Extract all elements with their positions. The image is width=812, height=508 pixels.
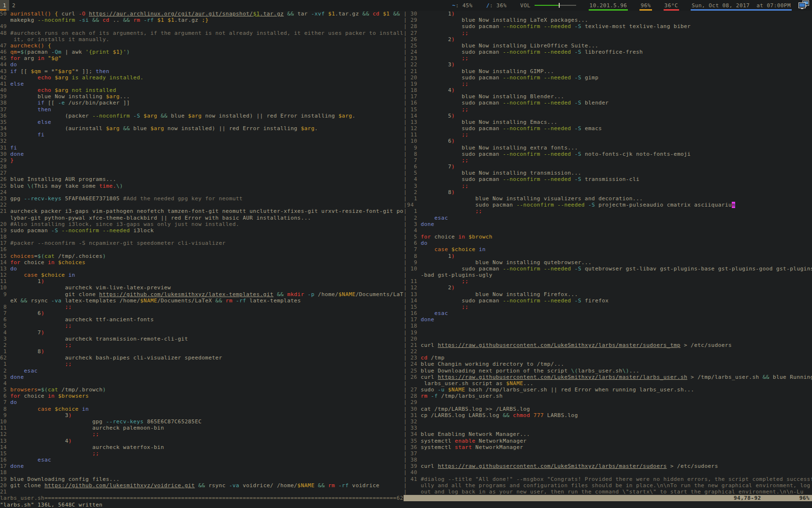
code-row: | 1 ;; [404,208,812,214]
top-status-bar: 1 2 ~: 45% /: 36% VOL 10.201.5.96 96% 36… [0,0,812,11]
vim-pane-left-larbs_user[interactable]: 50 aurinstall() { curl -O https://aur.ar… [0,11,404,501]
code-row: 16 esac [0,457,404,463]
code-row: | larbs_user.sh script as $NAME... [404,380,812,387]
volume-slider[interactable] [535,3,576,8]
volume-label: VOL [520,2,530,9]
code-row: 19 sudo pacman -S --noconfirm --needed i… [0,227,404,234]
code-row: 21 aurcheck packer i3-gaps vim-pathogen … [0,208,404,214]
code-row: | 2 8) [404,189,812,195]
code-row: | ully and all the programs and configur… [404,482,812,489]
code-row: 12 case $choice in [0,272,404,278]
code-row: 14 for choice in $choices [0,259,404,266]
code-row: 35 else [0,119,404,125]
network-monitors-icon[interactable] [798,0,809,11]
code-row: | 15 ;; [404,304,812,310]
code-row: 3 aurcheck transmission-remote-cli-git [0,336,404,342]
code-row: 28 [0,164,404,170]
code-row: 8 ;; [0,304,404,310]
workspace-tag-1[interactable]: 1 [0,0,9,11]
code-row: 46 qm=$(pacman -Qm | awk '{print $1}') [0,49,404,55]
code-row: 11 1) [0,278,404,284]
code-row: |94 sudo pacman --noconfirm --needed -S … [404,202,812,208]
code-row: 42 echo $arg is already installed. [0,75,404,81]
code-row: | 35 systemctl enable NetworkManager [404,438,812,444]
code-row: | 3 ;; [404,183,812,189]
code-row: | 8 sudo pacman --noconfirm --needed -S … [404,151,812,157]
code-row: 14 aurcheck waterfox-bin [0,444,404,450]
code-row: 15 choices=$(cat /tmp/.choices) [0,253,404,259]
code-row: 11 aurcheck palemoon-bin [0,425,404,431]
code-row: | 28 sudo pacman --noconfirm --needed -S… [404,23,812,30]
code-row: | 10 sudo pacman --noconfirm --needed -S… [404,266,812,272]
code-row: | 22 3) [404,61,812,68]
code-row: 7 do [0,399,404,405]
code-row: | 29 blue Now installing LaTeX packages.… [404,17,812,23]
code-row: 4 7) [0,329,404,336]
code-row: 5 ;; [0,323,404,329]
code-row: | 20 [404,336,812,342]
code-row: 38 if [[ -e /usr/bin/packer ]] [0,100,404,106]
code-row: | 25 blue Downloading next portion of th… [404,368,812,374]
code-row: 30 done [0,151,404,157]
code-row: | 14 sudo pacman --noconfirm --needed -S… [404,298,812,304]
code-row: 25 blue \(This may take some time.\) [0,183,404,189]
code-row: 50 aurinstall() { curl -O https://aur.ar… [0,11,404,17]
code-row: | 1 blue Now installing visualizers and … [404,195,812,202]
code-row: | 12 sudo pacman --noconfirm --needed -S… [404,125,812,132]
code-row: | 15 ;; [404,106,812,113]
code-row: 48 #aurcheck runs on each of its argumen… [0,30,404,36]
code-row: | 3 done [404,221,812,227]
terminal-vim: 50 aurinstall() { curl -O https://aur.ar… [0,11,812,508]
code-row: 22 [0,202,404,208]
code-row: | 6 do [404,240,812,246]
workspace-tags: 1 2 [0,0,18,11]
code-row: | 38 [404,457,812,463]
statusline-active-larbs[interactable]: larbs.sh 94,78-92 96% [404,495,812,501]
code-row: 17 done [0,463,404,469]
code-row: | 12 2) [404,284,812,291]
code-row: 18 [0,469,404,476]
code-row: | 21 curl https://raw.githubusercontent.… [404,342,812,348]
code-row: | 17 blue Now installing Blender... [404,93,812,100]
code-row: 24 [0,189,404,195]
code-row: | 7 case $choice in [404,246,812,253]
code-row: | -bad gst-plugins-ugly [404,272,812,278]
code-row: | 33 [404,425,812,431]
code-row: 6 for choice in $browsers [0,393,404,399]
code-row: | 19 ;; [404,81,812,87]
code-row: 10 gpg --recv-keys 865E6C87C65285EC [0,418,404,425]
code-row: 19 blue Downloading config files... [0,476,404,482]
root-icon: / [486,2,490,9]
code-row: | 8 1) [404,253,812,259]
code-row: | 18 [404,323,812,329]
code-row: | 23 cd /tmp [404,355,812,361]
code-row: | 26 2) [404,36,812,43]
code-row: 16 [0,246,404,253]
code-row: | 40 [404,469,812,476]
code-row: | 14 5) [404,113,812,119]
code-row: | 31 cp /LARBS.log LARBS.log && chmod 77… [404,412,812,418]
statusline-inactive-larbs_user[interactable]: larbs_user.sh===========================… [0,495,404,501]
code-row: 13 4) [0,438,404,444]
code-row: it, or installs it manually. [0,36,404,43]
code-lines-left: 50 aurinstall() { curl -O https://aur.ar… [0,11,404,495]
code-row: 20 #Also installing i3lock, since i3-gap… [0,221,404,227]
system-tray [798,0,812,11]
code-row: | 4 sudo pacman --noconfirm --needed -S … [404,176,812,182]
code-row: | 6 7) [404,164,812,170]
code-row: 43 if [[ $qm = *"$arg"* ]]; then [0,68,404,75]
code-row: 1 8) [0,348,404,355]
code-row: 12 ;; [0,431,404,437]
code-row: | 17 done [404,316,812,323]
code-row: 1 ;; [0,361,404,367]
code-row: | 4 [404,227,812,234]
desktop-screen: 1 2 ~: 45% /: 36% VOL 10.201.5.96 96% 36… [0,0,812,508]
code-row: | 32 [404,418,812,425]
vim-pane-right-larbs[interactable]: | 30 1)| 29 blue Now installing LaTeX pa… [404,11,812,501]
ip-address: 10.201.5.96 [583,0,634,11]
workspace-tag-2[interactable]: 2 [9,0,18,11]
code-row: | 10 6) [404,138,812,144]
code-row: 37 then [0,106,404,113]
code-row: 9 3) [0,412,404,418]
code-row: 39 blue Now installing $arg... [0,93,404,100]
